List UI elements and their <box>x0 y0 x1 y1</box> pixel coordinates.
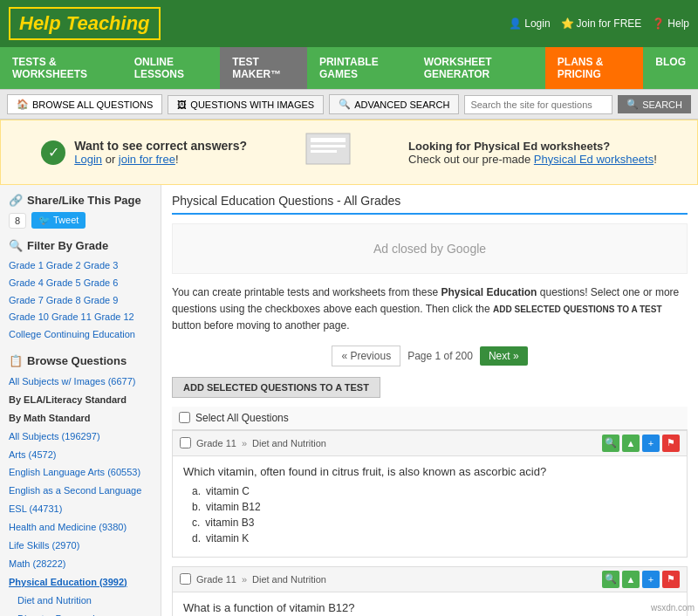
promo-banner: ✓ Want to see correct answers? Login or … <box>0 120 698 185</box>
q1-search-btn[interactable]: 🔍 <box>602 435 619 452</box>
questions-images-btn[interactable]: 🖼 QUESTIONS WITH IMAGES <box>168 95 324 114</box>
page-info: Page 1 of 200 <box>407 350 473 362</box>
promo-right: Looking for Physical Ed worksheets? Chec… <box>408 140 657 166</box>
math-link[interactable]: Math (28222) <box>9 555 152 573</box>
grade10-link[interactable]: Grade 10 <box>9 311 49 322</box>
tweet-button[interactable]: 🐦 Tweet <box>31 212 86 229</box>
add-to-test-button[interactable]: ADD SELECTED QUESTIONS TO A TEST <box>172 377 380 398</box>
nav-lessons[interactable]: ONLINE LESSONS <box>122 47 221 89</box>
main-layout: 🔗 Share/Like This Page 8 🐦 Tweet 🔍 Filte… <box>0 185 698 616</box>
grade9-link[interactable]: Grade 9 <box>84 295 119 305</box>
nav-worksheet[interactable]: WORKSHEET GENERATOR <box>412 47 545 89</box>
question-header-1: Grade 11 » Diet and Nutrition 🔍 ▲ + ⚑ <box>173 431 687 456</box>
grade5-link[interactable]: Grade 5 <box>46 277 81 288</box>
disaster-prep-link[interactable]: Disaster Preparedness <box>9 610 152 616</box>
question-1-answers: a.vitamin C b.vitamin B12 c.vitamin B3 d… <box>183 485 676 544</box>
grade-filter-title: 🔍 Filter By Grade <box>9 239 152 252</box>
all-subjects-images-link[interactable]: All Subjects w/ Images (6677) <box>9 373 152 391</box>
header-links: 👤 Login ⭐ Join for FREE ❓ Help <box>509 17 689 30</box>
question-2-text: What is a function of vitamin B12? <box>183 601 676 614</box>
q1-up-btn[interactable]: ▲ <box>622 435 640 452</box>
nav-blog[interactable]: BLOG <box>643 47 698 89</box>
select-all-checkbox[interactable] <box>179 412 190 423</box>
promo-login-link[interactable]: Login <box>74 153 102 166</box>
search-submit-btn[interactable]: 🔍 SEARCH <box>618 95 691 113</box>
grade1-link[interactable]: Grade 1 <box>9 260 44 270</box>
logo[interactable]: Help Teaching <box>9 7 161 40</box>
previous-button[interactable]: « Previous <box>332 346 400 366</box>
question-card-1: Grade 11 » Diet and Nutrition 🔍 ▲ + ⚑ Wh… <box>172 430 688 558</box>
grade-row-3: Grade 7 Grade 8 Grade 9 <box>9 292 152 310</box>
q2-search-btn[interactable]: 🔍 <box>602 571 619 588</box>
arts-link[interactable]: Arts (4572) <box>9 446 152 464</box>
browse-all-btn[interactable]: 🏠 BROWSE ALL QUESTIONS <box>7 94 162 114</box>
life-skills-link[interactable]: Life Skills (2970) <box>9 537 152 555</box>
svg-rect-1 <box>311 138 346 142</box>
q2-up-btn[interactable]: ▲ <box>622 571 640 588</box>
promo-left: ✓ Want to see correct answers? Login or … <box>41 139 247 166</box>
promo-join-link[interactable]: join for free <box>119 153 175 166</box>
question-header-left-1: Grade 11 » Diet and Nutrition <box>180 437 326 448</box>
question-1-checkbox[interactable] <box>180 437 191 448</box>
grade12-link[interactable]: Grade 12 <box>94 311 134 322</box>
all-subjects-link[interactable]: All Subjects (196297) <box>9 428 152 446</box>
svg-rect-2 <box>311 145 346 147</box>
search-input[interactable] <box>464 95 612 114</box>
nav-bar: TESTS & WORKSHEETS ONLINE LESSONS TEST M… <box>0 47 698 90</box>
grade11-link[interactable]: Grade 11 <box>51 311 92 322</box>
nav-plans[interactable]: PLANS & PRICING <box>545 47 644 89</box>
image-icon: 🖼 <box>177 99 187 110</box>
question-card-2: Grade 11 » Diet and Nutrition 🔍 ▲ + ⚑ Wh… <box>172 566 688 616</box>
question-body-1: Which vitamin, often found in citrus fru… <box>173 456 687 557</box>
promo-image <box>293 129 363 175</box>
help-link[interactable]: ❓ Help <box>652 17 689 30</box>
content-area: Physical Education Questions - All Grade… <box>161 185 698 616</box>
browse-icon: 🏠 <box>17 99 29 110</box>
question-body-2: What is a function of vitamin B12? a.pro… <box>173 592 687 616</box>
question-1-actions: 🔍 ▲ + ⚑ <box>602 435 680 452</box>
english-link[interactable]: English Language Arts (60553) <box>9 463 152 482</box>
arrow-1: » <box>242 438 247 448</box>
search-icon: 🔍 <box>339 99 351 110</box>
nav-games[interactable]: PRINTABLE GAMES <box>307 47 412 89</box>
grade7-link[interactable]: Grade 7 <box>9 295 44 305</box>
college-link[interactable]: College <box>9 329 41 339</box>
check-icon: ✓ <box>41 140 65 165</box>
q2-flag-btn[interactable]: ⚑ <box>662 571 680 588</box>
esl-link[interactable]: English as a Second Language ESL (44731) <box>9 482 152 518</box>
arrow-2: » <box>242 574 247 585</box>
answer-1a: a.vitamin C <box>192 485 676 497</box>
grade8-link[interactable]: Grade 8 <box>46 295 81 305</box>
grade2-link[interactable]: Grade 2 <box>46 260 81 270</box>
health-link[interactable]: Health and Medicine (9380) <box>9 518 152 537</box>
question-1-grade: Grade 11 <box>196 438 236 448</box>
nav-testmaker[interactable]: TEST MAKER™ <box>220 47 307 89</box>
join-link[interactable]: ⭐ Join for FREE <box>561 17 642 30</box>
grade3-link[interactable]: Grade 3 <box>84 260 119 270</box>
grade-row-2: Grade 4 Grade 5 Grade 6 <box>9 275 152 292</box>
magnifier-icon: 🔍 <box>626 99 639 110</box>
promo-left-text: Want to see correct answers? Login or jo… <box>74 139 247 166</box>
login-link[interactable]: 👤 Login <box>509 17 550 30</box>
nav-tests[interactable]: TESTS & WORKSHEETS <box>0 47 122 89</box>
ela-standard-link[interactable]: By ELA/Literacy Standard <box>9 391 152 409</box>
phys-ed-worksheets-link[interactable]: Physical Ed worksheets <box>534 153 654 166</box>
share-title: 🔗 Share/Like This Page <box>9 194 152 207</box>
diet-nutrition-link[interactable]: Diet and Nutrition <box>9 592 152 610</box>
q1-flag-btn[interactable]: ⚑ <box>662 435 680 452</box>
next-button[interactable]: Next » <box>480 346 528 366</box>
q2-add-btn[interactable]: + <box>642 571 660 588</box>
grade-row-4: Grade 10 Grade 11 Grade 12 <box>9 309 152 326</box>
user-icon: 👤 <box>509 17 522 30</box>
continuing-ed-link[interactable]: Continuing Education <box>44 329 135 339</box>
q1-add-btn[interactable]: + <box>642 435 660 452</box>
physical-education-link[interactable]: Physical Education (3992) <box>9 573 152 592</box>
advanced-search-btn[interactable]: 🔍 ADVANCED SEARCH <box>329 94 459 114</box>
grade4-link[interactable]: Grade 4 <box>9 277 44 288</box>
answer-1c: c.vitamin B3 <box>192 517 676 529</box>
star-icon: ⭐ <box>561 17 574 30</box>
question-header-2: Grade 11 » Diet and Nutrition 🔍 ▲ + ⚑ <box>173 567 687 592</box>
grade6-link[interactable]: Grade 6 <box>84 277 119 288</box>
question-2-checkbox[interactable] <box>180 573 191 585</box>
math-standard-link[interactable]: By Math Standard <box>9 409 152 428</box>
